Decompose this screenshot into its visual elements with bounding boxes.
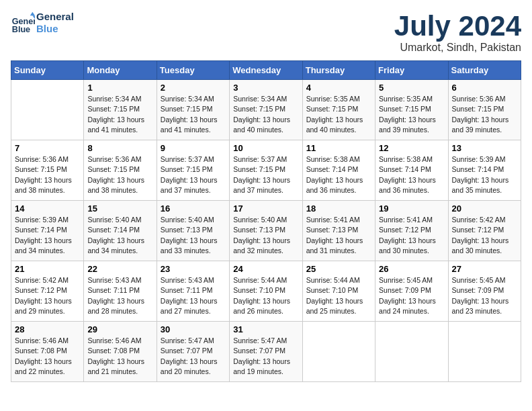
day-info: Sunrise: 5:47 AM Sunset: 7:07 PM Dayligh… bbox=[233, 336, 298, 377]
col-header-monday: Monday bbox=[84, 61, 157, 80]
day-cell: 1Sunrise: 5:34 AM Sunset: 7:15 PM Daylig… bbox=[84, 80, 157, 140]
week-row-4: 21Sunrise: 5:42 AM Sunset: 7:12 PM Dayli… bbox=[11, 261, 521, 322]
day-cell: 22Sunrise: 5:43 AM Sunset: 7:11 PM Dayli… bbox=[84, 261, 157, 322]
day-number: 21 bbox=[15, 264, 80, 274]
day-number: 13 bbox=[452, 143, 517, 153]
title-block: July 2024 Umarkot, Sindh, Pakistan bbox=[394, 11, 521, 54]
day-info: Sunrise: 5:37 AM Sunset: 7:15 PM Dayligh… bbox=[233, 154, 298, 195]
day-info: Sunrise: 5:42 AM Sunset: 7:12 PM Dayligh… bbox=[15, 275, 80, 316]
day-number: 6 bbox=[452, 83, 517, 93]
day-cell: 3Sunrise: 5:34 AM Sunset: 7:15 PM Daylig… bbox=[230, 80, 302, 140]
day-number: 2 bbox=[161, 83, 226, 93]
day-cell bbox=[448, 322, 521, 382]
day-number: 4 bbox=[306, 83, 371, 93]
day-number: 18 bbox=[306, 203, 371, 214]
day-cell: 11Sunrise: 5:38 AM Sunset: 7:14 PM Dayli… bbox=[302, 140, 375, 201]
day-cell: 30Sunrise: 5:47 AM Sunset: 7:07 PM Dayli… bbox=[157, 322, 229, 382]
day-info: Sunrise: 5:46 AM Sunset: 7:08 PM Dayligh… bbox=[15, 336, 80, 377]
day-info: Sunrise: 5:39 AM Sunset: 7:14 PM Dayligh… bbox=[452, 154, 517, 195]
day-number: 25 bbox=[306, 264, 371, 274]
day-number: 23 bbox=[161, 264, 226, 274]
day-cell: 31Sunrise: 5:47 AM Sunset: 7:07 PM Dayli… bbox=[230, 322, 302, 382]
day-number: 15 bbox=[87, 203, 152, 214]
col-header-wednesday: Wednesday bbox=[230, 61, 302, 80]
week-row-3: 14Sunrise: 5:39 AM Sunset: 7:14 PM Dayli… bbox=[11, 201, 521, 261]
day-info: Sunrise: 5:40 AM Sunset: 7:13 PM Dayligh… bbox=[161, 215, 226, 256]
col-header-thursday: Thursday bbox=[302, 61, 375, 80]
svg-text:Blue: Blue bbox=[12, 25, 30, 34]
week-row-2: 7Sunrise: 5:36 AM Sunset: 7:15 PM Daylig… bbox=[11, 140, 521, 201]
day-info: Sunrise: 5:38 AM Sunset: 7:14 PM Dayligh… bbox=[306, 154, 371, 195]
logo-blue: Blue bbox=[36, 23, 74, 35]
svg-marker-2 bbox=[30, 12, 35, 15]
page-header: General Blue General Blue July 2024 Umar… bbox=[11, 11, 521, 54]
day-info: Sunrise: 5:36 AM Sunset: 7:15 PM Dayligh… bbox=[452, 94, 517, 135]
day-info: Sunrise: 5:47 AM Sunset: 7:07 PM Dayligh… bbox=[161, 336, 226, 377]
day-number: 8 bbox=[87, 143, 152, 153]
calendar-table: SundayMondayTuesdayWednesdayThursdayFrid… bbox=[11, 60, 521, 382]
day-number: 3 bbox=[233, 83, 298, 93]
day-number: 20 bbox=[452, 203, 517, 214]
day-info: Sunrise: 5:35 AM Sunset: 7:15 PM Dayligh… bbox=[379, 94, 444, 135]
day-info: Sunrise: 5:44 AM Sunset: 7:10 PM Dayligh… bbox=[233, 275, 298, 316]
day-info: Sunrise: 5:36 AM Sunset: 7:15 PM Dayligh… bbox=[15, 154, 80, 195]
day-number: 5 bbox=[379, 83, 444, 93]
day-cell: 14Sunrise: 5:39 AM Sunset: 7:14 PM Dayli… bbox=[11, 201, 84, 261]
col-header-saturday: Saturday bbox=[448, 61, 521, 80]
day-number: 29 bbox=[87, 324, 152, 334]
day-info: Sunrise: 5:40 AM Sunset: 7:14 PM Dayligh… bbox=[87, 215, 152, 256]
day-cell: 29Sunrise: 5:46 AM Sunset: 7:08 PM Dayli… bbox=[84, 322, 157, 382]
day-info: Sunrise: 5:41 AM Sunset: 7:12 PM Dayligh… bbox=[379, 215, 444, 256]
day-info: Sunrise: 5:44 AM Sunset: 7:10 PM Dayligh… bbox=[306, 275, 371, 316]
day-cell: 20Sunrise: 5:42 AM Sunset: 7:12 PM Dayli… bbox=[448, 201, 521, 261]
day-cell: 10Sunrise: 5:37 AM Sunset: 7:15 PM Dayli… bbox=[230, 140, 302, 201]
day-number: 27 bbox=[452, 264, 517, 274]
day-number: 16 bbox=[161, 203, 226, 214]
week-row-1: 1Sunrise: 5:34 AM Sunset: 7:15 PM Daylig… bbox=[11, 80, 521, 140]
day-info: Sunrise: 5:40 AM Sunset: 7:13 PM Dayligh… bbox=[233, 215, 298, 256]
day-info: Sunrise: 5:37 AM Sunset: 7:15 PM Dayligh… bbox=[161, 154, 226, 195]
day-cell bbox=[302, 322, 375, 382]
day-cell: 17Sunrise: 5:40 AM Sunset: 7:13 PM Dayli… bbox=[230, 201, 302, 261]
day-number: 10 bbox=[233, 143, 298, 153]
day-cell: 23Sunrise: 5:43 AM Sunset: 7:11 PM Dayli… bbox=[157, 261, 229, 322]
week-row-5: 28Sunrise: 5:46 AM Sunset: 7:08 PM Dayli… bbox=[11, 322, 521, 382]
day-cell: 4Sunrise: 5:35 AM Sunset: 7:15 PM Daylig… bbox=[302, 80, 375, 140]
day-cell: 12Sunrise: 5:38 AM Sunset: 7:14 PM Dayli… bbox=[375, 140, 448, 201]
day-cell: 6Sunrise: 5:36 AM Sunset: 7:15 PM Daylig… bbox=[448, 80, 521, 140]
day-cell: 18Sunrise: 5:41 AM Sunset: 7:13 PM Dayli… bbox=[302, 201, 375, 261]
day-info: Sunrise: 5:38 AM Sunset: 7:14 PM Dayligh… bbox=[379, 154, 444, 195]
day-cell: 15Sunrise: 5:40 AM Sunset: 7:14 PM Dayli… bbox=[84, 201, 157, 261]
day-number: 26 bbox=[379, 264, 444, 274]
day-number: 14 bbox=[15, 203, 80, 214]
day-cell: 21Sunrise: 5:42 AM Sunset: 7:12 PM Dayli… bbox=[11, 261, 84, 322]
day-info: Sunrise: 5:39 AM Sunset: 7:14 PM Dayligh… bbox=[15, 215, 80, 256]
day-number: 1 bbox=[87, 83, 152, 93]
day-cell: 5Sunrise: 5:35 AM Sunset: 7:15 PM Daylig… bbox=[375, 80, 448, 140]
day-number: 22 bbox=[87, 264, 152, 274]
day-cell: 13Sunrise: 5:39 AM Sunset: 7:14 PM Dayli… bbox=[448, 140, 521, 201]
day-number: 11 bbox=[306, 143, 371, 153]
day-number: 7 bbox=[15, 143, 80, 153]
day-info: Sunrise: 5:41 AM Sunset: 7:13 PM Dayligh… bbox=[306, 215, 371, 256]
day-info: Sunrise: 5:34 AM Sunset: 7:15 PM Dayligh… bbox=[233, 94, 298, 135]
day-number: 19 bbox=[379, 203, 444, 214]
day-info: Sunrise: 5:45 AM Sunset: 7:09 PM Dayligh… bbox=[379, 275, 444, 316]
day-cell: 9Sunrise: 5:37 AM Sunset: 7:15 PM Daylig… bbox=[157, 140, 229, 201]
day-cell: 7Sunrise: 5:36 AM Sunset: 7:15 PM Daylig… bbox=[11, 140, 84, 201]
day-info: Sunrise: 5:43 AM Sunset: 7:11 PM Dayligh… bbox=[87, 275, 152, 316]
day-cell: 27Sunrise: 5:45 AM Sunset: 7:09 PM Dayli… bbox=[448, 261, 521, 322]
day-number: 12 bbox=[379, 143, 444, 153]
day-cell: 26Sunrise: 5:45 AM Sunset: 7:09 PM Dayli… bbox=[375, 261, 448, 322]
day-number: 17 bbox=[233, 203, 298, 214]
day-number: 31 bbox=[233, 324, 298, 334]
day-cell: 25Sunrise: 5:44 AM Sunset: 7:10 PM Dayli… bbox=[302, 261, 375, 322]
day-info: Sunrise: 5:34 AM Sunset: 7:15 PM Dayligh… bbox=[87, 94, 152, 135]
col-header-friday: Friday bbox=[375, 61, 448, 80]
logo-general: General bbox=[36, 11, 74, 23]
location: Umarkot, Sindh, Pakistan bbox=[394, 42, 521, 54]
logo-icon: General Blue bbox=[11, 11, 35, 35]
day-cell: 16Sunrise: 5:40 AM Sunset: 7:13 PM Dayli… bbox=[157, 201, 229, 261]
day-info: Sunrise: 5:36 AM Sunset: 7:15 PM Dayligh… bbox=[87, 154, 152, 195]
day-cell: 8Sunrise: 5:36 AM Sunset: 7:15 PM Daylig… bbox=[84, 140, 157, 201]
